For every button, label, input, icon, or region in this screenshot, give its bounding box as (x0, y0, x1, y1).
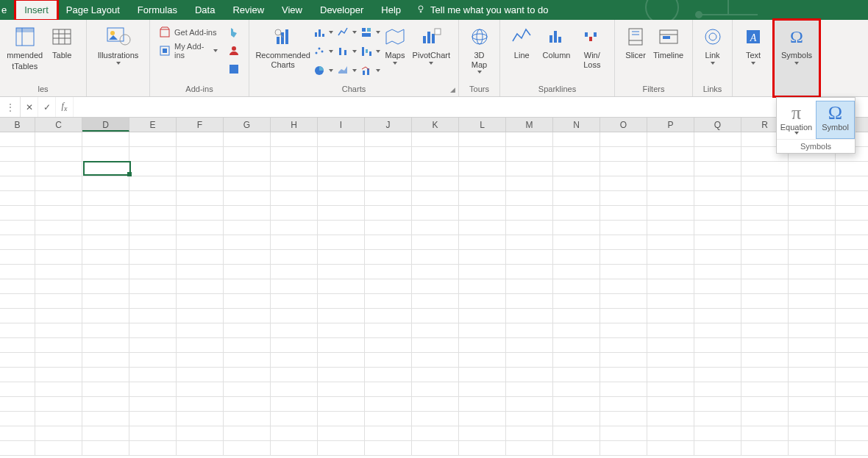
cell[interactable] (553, 397, 600, 412)
recommended-pivottables-button[interactable]: mmended tTables (6, 24, 43, 83)
cell[interactable] (412, 191, 459, 206)
scatter-chart-button[interactable] (310, 43, 332, 60)
cell[interactable] (553, 368, 600, 382)
cell[interactable] (35, 294, 82, 309)
cell[interactable] (741, 382, 789, 397)
cell[interactable] (789, 426, 836, 441)
cell[interactable] (82, 176, 129, 191)
cell[interactable] (741, 338, 789, 353)
cell[interactable] (836, 397, 868, 412)
cell[interactable] (224, 397, 271, 412)
cell[interactable] (35, 368, 82, 382)
cell[interactable] (271, 250, 318, 265)
cell[interactable] (694, 162, 741, 176)
cell[interactable] (271, 309, 318, 323)
cell[interactable] (0, 221, 35, 235)
cell[interactable] (647, 279, 694, 294)
cell[interactable] (129, 323, 177, 338)
cell[interactable] (506, 294, 553, 309)
cell[interactable] (177, 132, 224, 147)
cell[interactable] (35, 221, 82, 235)
cell[interactable] (35, 162, 82, 176)
tab-insert[interactable]: Insert (15, 0, 57, 20)
spreadsheet-grid[interactable]: B C D E F G H I J K L M N O P Q R S T (0, 118, 868, 456)
cell[interactable] (177, 426, 224, 441)
cell[interactable] (459, 353, 506, 368)
cell[interactable] (694, 235, 741, 250)
cell[interactable] (318, 323, 365, 338)
col-header-k[interactable]: K (412, 118, 459, 132)
bing-maps-addin-button[interactable] (225, 24, 243, 40)
cell[interactable] (224, 250, 271, 265)
cell[interactable] (647, 382, 694, 397)
hierarchy-chart-button[interactable] (357, 24, 380, 40)
cell[interactable] (506, 397, 553, 412)
cell[interactable] (365, 309, 412, 323)
cell[interactable] (647, 162, 694, 176)
cell[interactable] (459, 426, 506, 441)
cell[interactable] (647, 309, 694, 323)
maps-button[interactable]: Maps (380, 24, 410, 83)
cell[interactable] (271, 338, 318, 353)
cell[interactable] (0, 368, 35, 382)
cell[interactable] (694, 132, 741, 147)
cell[interactable] (82, 191, 129, 206)
cell[interactable] (789, 176, 836, 191)
cell[interactable] (789, 441, 836, 456)
cell[interactable] (506, 382, 553, 397)
cell[interactable] (365, 323, 412, 338)
waterfall-chart-button[interactable] (357, 43, 380, 60)
tab-developer[interactable]: Developer (311, 0, 372, 20)
cell[interactable] (35, 250, 82, 265)
cell[interactable] (318, 235, 365, 250)
cell[interactable] (412, 382, 459, 397)
cell[interactable] (129, 338, 177, 353)
cell[interactable] (129, 294, 177, 309)
col-header-e[interactable]: E (129, 118, 177, 132)
cell[interactable] (694, 294, 741, 309)
cell[interactable] (600, 191, 647, 206)
cell[interactable] (224, 147, 271, 162)
cell[interactable] (694, 265, 741, 279)
cell[interactable] (412, 294, 459, 309)
cell[interactable] (224, 206, 271, 221)
cell[interactable] (600, 279, 647, 294)
cell[interactable] (271, 162, 318, 176)
cell[interactable] (647, 221, 694, 235)
cell[interactable] (0, 426, 35, 441)
cell[interactable] (177, 397, 224, 412)
cell[interactable] (177, 368, 224, 382)
cell[interactable] (600, 309, 647, 323)
cell[interactable] (271, 353, 318, 368)
cell[interactable] (224, 265, 271, 279)
cell[interactable] (365, 397, 412, 412)
cell[interactable] (365, 235, 412, 250)
cell[interactable] (177, 338, 224, 353)
cell[interactable] (82, 206, 129, 221)
cell[interactable] (506, 309, 553, 323)
cell[interactable] (553, 206, 600, 221)
cell[interactable] (0, 279, 35, 294)
cell[interactable] (694, 191, 741, 206)
cell[interactable] (600, 441, 647, 456)
cell[interactable] (647, 294, 694, 309)
cell[interactable] (177, 265, 224, 279)
cell[interactable] (224, 235, 271, 250)
cell[interactable] (600, 294, 647, 309)
cell[interactable] (0, 294, 35, 309)
cell[interactable] (82, 426, 129, 441)
cell[interactable] (600, 162, 647, 176)
cell[interactable] (553, 132, 600, 147)
cell[interactable] (553, 265, 600, 279)
cell[interactable] (789, 412, 836, 426)
cell[interactable] (365, 426, 412, 441)
cell[interactable] (647, 191, 694, 206)
cell[interactable] (271, 426, 318, 441)
cell[interactable] (365, 147, 412, 162)
cell[interactable] (318, 338, 365, 353)
combo-chart-button[interactable] (357, 62, 380, 79)
cell[interactable] (0, 309, 35, 323)
cell[interactable] (647, 147, 694, 162)
cell[interactable] (365, 441, 412, 456)
cell[interactable] (82, 368, 129, 382)
